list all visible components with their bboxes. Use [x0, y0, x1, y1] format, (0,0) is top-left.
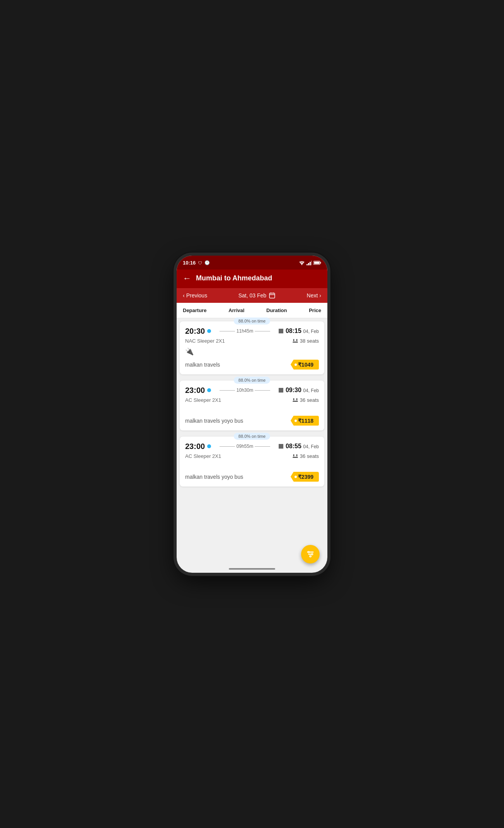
svg-rect-8 — [269, 293, 275, 298]
shield-icon: 🛡 — [198, 261, 202, 265]
back-button[interactable]: ← — [183, 273, 191, 283]
filter-fab[interactable] — [301, 545, 320, 563]
bus-type-1: NAC Sleeper 2X1 — [185, 338, 225, 344]
bus-card-1[interactable]: 20:30 11h45m 08:15 04, Feb — [180, 321, 324, 374]
card-middle-3: AC Sleeper 2X1 36 seats — [185, 453, 319, 459]
card-middle-1: NAC Sleeper 2X1 38 seats — [185, 338, 319, 344]
col-departure: Departure — [183, 307, 206, 313]
duration-line-right-1 — [255, 331, 270, 331]
bus-card-wrapper-2: 88.0% on time 23:00 10h30m — [180, 381, 324, 430]
col-arrival: Arrival — [228, 307, 244, 313]
departure-time-1: 20:30 — [185, 327, 211, 336]
duration-text-3: 09h55m — [237, 444, 253, 449]
bus-card-wrapper-1: 88.0% on time 20:30 11h45m — [180, 321, 324, 374]
col-duration: Duration — [266, 307, 287, 313]
duration-section-3: 09h55m — [211, 444, 279, 449]
signal-icon — [306, 261, 312, 265]
svg-rect-2 — [308, 263, 309, 265]
chevron-left-icon: ‹ — [183, 292, 185, 299]
bus-card-2[interactable]: 23:00 10h30m 09:30 04, Feb — [180, 381, 324, 430]
date-nav-bar: ‹ Previous Sat, 03 Feb Next › — [177, 288, 327, 303]
status-left: 10:16 🛡 🕐 — [183, 260, 210, 266]
price-tag-1[interactable]: ₹1049 — [291, 360, 319, 370]
seats-info-2: 36 seats — [292, 397, 319, 403]
arrival-info-2: 09:30 04, Feb — [286, 387, 319, 394]
column-headers: Departure Arrival Duration Price — [177, 303, 327, 318]
filter-icon — [306, 550, 315, 558]
price-text-2: ₹1118 — [298, 418, 313, 424]
departure-time-2: 23:00 — [185, 386, 211, 395]
no-amenities-3 — [185, 463, 319, 472]
blue-dot-1 — [207, 329, 211, 333]
next-date-button[interactable]: Next › — [307, 292, 321, 299]
duration-section-1: 11h45m — [211, 328, 279, 334]
seat-icon-3 — [292, 453, 298, 459]
price-text-1: ₹1049 — [298, 362, 313, 368]
arrival-info-1: 08:15 04, Feb — [286, 328, 319, 335]
col-price: Price — [309, 307, 321, 313]
header-title: Mumbai to Ahmedabad — [196, 274, 272, 282]
arrival-square-1 — [279, 329, 283, 333]
seats-info-3: 36 seats — [292, 453, 319, 459]
bus-type-3: AC Sleeper 2X1 — [185, 453, 221, 459]
blue-dot-3 — [207, 444, 211, 448]
duration-line-right-2 — [255, 390, 270, 391]
bus-type-2: AC Sleeper 2X1 — [185, 397, 221, 403]
status-time: 10:16 — [183, 260, 196, 266]
card-top-3: 23:00 09h55m 08:55 04, Feb — [185, 442, 319, 451]
operator-name-2: malkan travels yoyo bus — [185, 418, 243, 424]
arrival-info-3: 08:55 04, Feb — [286, 443, 319, 450]
svg-point-14 — [310, 555, 311, 557]
duration-text-1: 11h45m — [237, 328, 253, 334]
duration-line-left-3 — [220, 446, 235, 447]
seat-icon-1 — [292, 338, 298, 344]
phone-screen: 10:16 🛡 🕐 — [177, 256, 327, 573]
arrival-square-3 — [279, 444, 283, 449]
svg-point-0 — [301, 264, 302, 265]
status-bar: 10:16 🛡 🕐 — [177, 256, 327, 270]
date-text: Sat, 03 Feb — [238, 292, 266, 299]
bus-card-3[interactable]: 23:00 09h55m 08:55 04, Feb — [180, 437, 324, 487]
current-date: Sat, 03 Feb — [238, 292, 276, 299]
price-text-3: ₹2399 — [298, 474, 313, 480]
svg-rect-1 — [306, 264, 308, 265]
on-time-badge-3: 88.0% on time — [234, 433, 270, 440]
phone-frame: 10:16 🛡 🕐 — [177, 256, 327, 573]
card-top-2: 23:00 10h30m 09:30 04, Feb — [185, 386, 319, 395]
on-time-badge-1: 88.0% on time — [234, 318, 270, 324]
svg-rect-3 — [310, 262, 311, 265]
battery-icon — [313, 261, 321, 265]
prev-date-button[interactable]: ‹ Previous — [183, 292, 207, 299]
svg-rect-7 — [314, 262, 320, 264]
card-bottom-1: malkan travels ₹1049 — [185, 360, 319, 370]
no-amenities-2 — [185, 406, 319, 416]
prev-label: Previous — [186, 292, 207, 299]
price-tag-2[interactable]: ₹1118 — [291, 416, 319, 426]
duration-section-2: 10h30m — [211, 388, 279, 393]
svg-point-12 — [308, 551, 310, 553]
wifi-icon — [299, 261, 305, 265]
home-bar — [229, 568, 275, 570]
duration-line-right-3 — [255, 446, 270, 447]
price-diamond-2 — [295, 420, 297, 422]
next-label: Next — [307, 292, 318, 299]
status-right — [299, 261, 321, 265]
card-bottom-2: malkan travels yoyo bus ₹1118 — [185, 416, 319, 426]
seat-icon-2 — [292, 397, 298, 403]
arrival-section-1: 08:15 04, Feb — [279, 328, 319, 335]
blue-dot-2 — [207, 388, 211, 392]
price-tag-3[interactable]: ₹2399 — [291, 472, 319, 482]
card-middle-2: AC Sleeper 2X1 36 seats — [185, 397, 319, 403]
charging-icon-1: 🔌 — [185, 348, 194, 355]
price-diamond-3 — [295, 476, 297, 478]
duration-line-left-1 — [220, 331, 235, 331]
duration-text-2: 10h30m — [237, 388, 253, 393]
arrival-section-3: 08:55 04, Feb — [279, 443, 319, 450]
operator-name-1: malkan travels — [185, 362, 220, 368]
svg-rect-6 — [320, 262, 321, 264]
on-time-badge-2: 88.0% on time — [234, 377, 270, 384]
svg-rect-4 — [311, 261, 312, 265]
bus-card-wrapper-3: 88.0% on time 23:00 09h55m — [180, 437, 324, 487]
amenities-1: 🔌 — [185, 347, 319, 356]
arrival-square-2 — [279, 388, 283, 393]
